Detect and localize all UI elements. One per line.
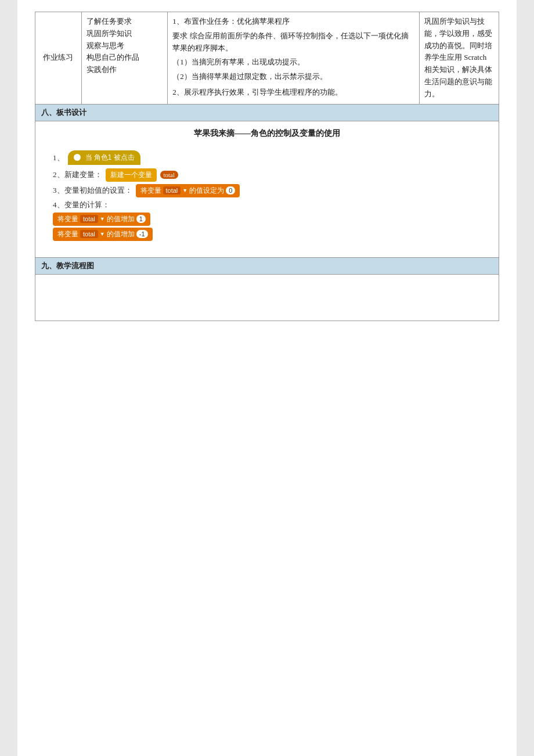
line3-text: 3、变量初始值的设置： [53,185,132,196]
line4-text: 4、变量的计算： [53,200,481,210]
section8-content: 苹果我来摘——角色的控制及变量的使用 1、 当 角色1 被点击 2、新建变量： … [35,121,499,258]
var-name-pill: total [160,171,179,179]
new-var-button: 新建一个变量 [106,168,157,182]
goals-text: 了解任务要求 巩固所学知识 观察与思考 构思自己的作品 实践创作 [86,16,163,76]
row-label: 作业练习 [35,12,82,105]
activity-req: 要求 综合应用前面所学的条件、循环等控制指令，任选以下一项优化摘苹果的程序脚本。 [172,30,414,55]
hat-block: 当 角色1 被点击 [68,150,140,165]
change1-suffix: 的值增加 [107,214,135,224]
change-block1-line: 将变量 total ▼ 的值增加 1 [53,213,481,226]
change2-prefix: 将变量 [57,229,78,239]
change2-var-dropdown: total [80,230,98,238]
board-title: 苹果我来摘——角色的控制及变量的使用 [47,128,487,139]
line2: 2、新建变量： 新建一个变量 total [53,168,481,182]
line3: 3、变量初始值的设置： 将变量 total ▼ 的值设定为 0 [53,184,481,197]
activity-item1: （1）当摘完所有苹果，出现成功提示。 [172,56,414,69]
set-var-dropdown: total [163,186,181,195]
lesson-table: 作业练习 了解任务要求 巩固所学知识 观察与思考 构思自己的作品 实践创作 1、… [35,12,499,105]
row-goals: 了解任务要求 巩固所学知识 观察与思考 构思自己的作品 实践创作 [81,12,167,105]
line1: 1、 当 角色1 被点击 [53,150,481,166]
change-var-block-2: 将变量 total ▼ 的值增加 -1 [53,228,153,241]
change-var-block-1: 将变量 total ▼ 的值增加 1 [53,213,150,226]
flag-icon [74,154,81,161]
row-activities: 1、布置作业任务：优化摘苹果程序 要求 综合应用前面所学的条件、循环等控制指令，… [168,12,420,105]
set-block-prefix: 将变量 [140,186,161,196]
change1-val: 1 [136,215,146,223]
table-row-homework: 作业练习 了解任务要求 巩固所学知识 观察与思考 构思自己的作品 实践创作 1、… [35,12,499,105]
change2-val: -1 [136,230,148,238]
section8-header: 八、板书设计 [35,105,499,121]
activity-note: 2、展示程序执行效果，引导学生梳理程序的功能。 [172,87,414,99]
line1-num: 1、 [53,153,64,163]
set-block-val: 0 [226,186,235,195]
activity-item2: （2）当摘得苹果超过限定数，出示禁示提示。 [172,71,414,83]
section9-header: 九、教学流程图 [35,258,499,275]
change1-prefix: 将变量 [57,214,78,224]
row-emotion: 巩固所学知识与技能，学以致用，感受成功的喜悦。同时培养学生应用 Scratch … [420,12,499,105]
page: 作业练习 了解任务要求 巩固所学知识 观察与思考 构思自己的作品 实践创作 1、… [17,0,517,756]
change2-arrow: ▼ [100,231,105,237]
set-var-block: 将变量 total ▼ 的值设定为 0 [136,184,240,197]
hat-label: 当 角色1 被点击 [85,153,135,163]
change1-var-dropdown: total [80,215,98,223]
dropdown-arrow: ▼ [182,188,187,193]
activity-title: 1、布置作业任务：优化摘苹果程序 [172,16,414,28]
change2-suffix: 的值增加 [107,229,135,239]
set-block-suffix: 的值设定为 [189,186,224,196]
section9-content [35,275,499,321]
change-block2-line: 将变量 total ▼ 的值增加 -1 [53,228,481,241]
line2-text: 2、新建变量： [53,170,102,180]
change1-arrow: ▼ [100,216,105,222]
scratch-area: 1、 当 角色1 被点击 2、新建变量： 新建一个变量 total 3、变量初始… [47,146,487,246]
